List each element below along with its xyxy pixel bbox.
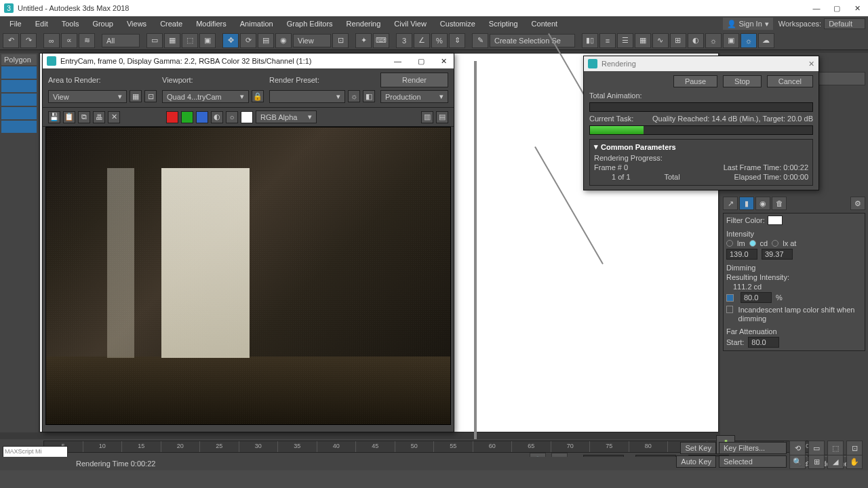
menu-views[interactable]: Views [120,18,153,29]
menu-rendering[interactable]: Rendering [340,18,388,29]
keyfilters-button[interactable]: Key Filters... [719,442,787,454]
production-dropdown[interactable]: Production▾ [380,90,448,103]
select-rect-button[interactable]: ⬚ [182,33,198,48]
area-edit-icon[interactable]: ▦ [130,90,142,102]
menu-civil-view[interactable]: Civil View [387,18,433,29]
keyboard-shortcut-button[interactable]: ⌨ [373,33,389,48]
ribbon-item[interactable] [1,121,37,133]
menu-scripting[interactable]: Scripting [482,18,525,29]
window-crossing-button[interactable]: ▣ [199,33,216,48]
ribbon-item[interactable] [1,94,37,106]
menu-graph-editors[interactable]: Graph Editors [280,18,340,29]
bg-swatch-icon[interactable] [241,111,253,123]
toggle-ribbon-button[interactable]: ▦ [635,33,651,48]
red-channel-icon[interactable] [166,111,178,123]
lm-radio[interactable] [726,240,733,247]
nav-zoom-ext-icon[interactable]: ▭ [808,441,825,455]
menu-edit[interactable]: Edit [28,18,55,29]
menu-tools[interactable]: Tools [55,18,86,29]
menu-animation[interactable]: Animation [233,18,280,29]
copy-image-icon[interactable]: 📋 [63,111,75,123]
snap-angle-button[interactable]: ∠ [414,33,430,48]
pause-button[interactable]: Pause [673,75,717,87]
viewport-dropdown[interactable]: Quad 4...tryCam▾ [162,90,249,103]
nav-pan-icon[interactable]: ✋ [846,454,863,469]
selection-filter-dropdown[interactable]: All [102,34,140,47]
ribbon-item[interactable] [1,107,37,119]
preset-dropdown[interactable]: ▾ [269,90,345,103]
nav-max-icon[interactable]: ⊡ [846,441,863,455]
minimize-button[interactable]: — [812,4,821,13]
menu-modifiers[interactable]: Modifiers [189,18,233,29]
polygon-tab[interactable]: Polygon [1,54,37,65]
print-icon[interactable]: 🖶 [93,111,105,123]
cancel-button[interactable]: Cancel [767,75,813,87]
stop-button[interactable]: Stop [723,75,762,87]
pivot-button[interactable]: ⊡ [332,33,349,48]
signin-dropdown[interactable]: 👤 Sign In ▾ [723,18,773,30]
close-button[interactable]: ✕ [853,4,861,13]
render-action-button[interactable]: Render [380,73,448,87]
manipulate-button[interactable]: ✦ [355,33,372,48]
lock-icon[interactable]: 🔒 [252,90,264,102]
render-frame-button[interactable]: ▣ [723,33,739,48]
dimming-checkbox[interactable] [726,294,734,302]
menu-customize[interactable]: Customize [433,18,482,29]
render-setup-button[interactable]: ☼ [705,33,722,48]
rfw-close-button[interactable]: ✕ [441,57,447,66]
placement-button[interactable]: ◉ [275,33,292,48]
clone-window-icon[interactable]: ⧉ [78,111,90,123]
environment-icon[interactable]: ◧ [363,90,375,102]
render-button[interactable]: ☼ [741,33,757,48]
mirror-button[interactable]: ▮▯ [582,33,598,48]
alpha-channel-icon[interactable]: ◐ [211,111,223,123]
select-object-button[interactable]: ▭ [146,33,163,48]
dimming-value[interactable]: 80.0 [741,292,772,303]
light-template-icon[interactable]: ▮ [739,197,754,210]
area-auto-icon[interactable]: ⊡ [144,90,157,102]
undo-button[interactable]: ↶ [3,33,19,48]
edit-named-sel-button[interactable]: ✎ [472,33,488,48]
mono-channel-icon[interactable]: ○ [226,111,238,123]
chevron-down-icon[interactable]: ▾ [594,142,598,151]
snap-3d-button[interactable]: 3 [396,33,412,48]
clear-icon[interactable]: ✕ [108,111,120,123]
nav-fov-icon[interactable]: ◢ [827,454,844,469]
rfw-minimize-button[interactable]: — [394,57,401,65]
scale-button[interactable]: ▤ [258,33,274,48]
menu-content[interactable]: Content [525,18,565,29]
unlink-button[interactable]: ∝ [61,33,77,48]
nav-orbit-icon[interactable]: ⟲ [789,441,806,455]
nav-zoom-icon[interactable]: 🔍 [789,454,806,469]
bind-spacewarp-button[interactable]: ≋ [79,33,95,48]
rfw-maximize-button[interactable]: ▢ [418,57,425,66]
rotate-button[interactable]: ⟳ [240,33,256,48]
menu-create[interactable]: Create [153,18,189,29]
green-channel-icon[interactable] [181,111,193,123]
setkey-button[interactable]: Set Key [680,442,716,454]
delete-icon[interactable]: 🗑 [772,197,787,210]
incandescent-checkbox[interactable] [726,306,733,313]
compare-b-icon[interactable]: ▤ [436,111,448,123]
redo-button[interactable]: ↷ [20,33,37,48]
intensity-value-2[interactable]: 39.37 [762,249,793,260]
ribbon-item[interactable] [1,80,37,92]
intensity-value-1[interactable]: 139.0 [726,249,757,260]
ref-coord-dropdown[interactable]: View [293,34,331,47]
nav-zoom-all-icon[interactable]: ⊞ [808,454,825,469]
lxat-radio[interactable] [772,240,778,247]
snap-percent-button[interactable]: % [431,33,448,48]
ribbon-item[interactable] [1,66,37,79]
move-button[interactable]: ✥ [222,33,239,48]
nav-region-icon[interactable]: ⬚ [827,441,844,455]
light-distribution-icon[interactable]: ◉ [755,197,770,210]
schematic-view-button[interactable]: ⊞ [670,33,686,48]
eyedropper-icon[interactable]: ↗ [723,197,738,210]
select-name-button[interactable]: ▦ [164,33,180,48]
filter-color-swatch[interactable] [768,216,783,225]
rprog-close-button[interactable]: ✕ [808,60,814,68]
start-value[interactable]: 80.0 [748,337,779,348]
compare-a-icon[interactable]: ▥ [421,111,433,123]
maximize-button[interactable]: ▢ [833,4,841,13]
curve-editor-button[interactable]: ∿ [652,33,669,48]
